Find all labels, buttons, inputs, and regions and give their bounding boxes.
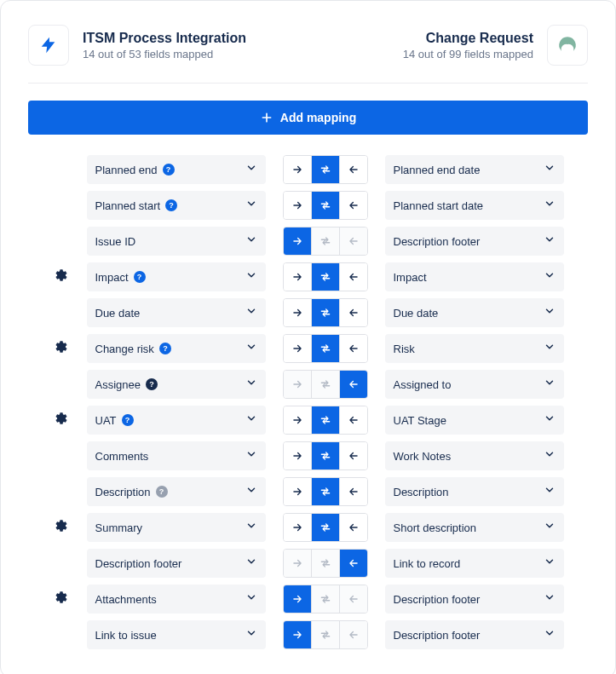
- direction-right-button[interactable]: [284, 263, 311, 291]
- direction-left-button[interactable]: [339, 299, 367, 326]
- left-field-select[interactable]: Attachments: [87, 585, 266, 614]
- left-field-select[interactable]: UAT?: [87, 406, 266, 435]
- plus-icon: [260, 111, 273, 124]
- direction-right-button[interactable]: [284, 406, 311, 434]
- direction-left-button[interactable]: [339, 442, 367, 469]
- left-field-select[interactable]: Change risk?: [87, 334, 266, 363]
- direction-left-button[interactable]: [339, 406, 367, 434]
- right-field-select[interactable]: Assigned to: [385, 370, 564, 399]
- direction-both-button: [311, 550, 339, 577]
- direction-right-button[interactable]: [284, 442, 311, 469]
- gear-icon[interactable]: [55, 268, 68, 285]
- direction-left-button[interactable]: [339, 335, 367, 362]
- direction-left-button[interactable]: [339, 192, 367, 219]
- right-field-label: UAT Stage: [394, 414, 446, 427]
- help-icon[interactable]: ?: [134, 271, 146, 283]
- field-label-text: Link to record: [394, 557, 461, 570]
- left-field-select[interactable]: Description footer: [87, 549, 266, 578]
- direction-right-button[interactable]: [284, 335, 311, 362]
- direction-left-button[interactable]: [339, 550, 367, 577]
- field-label-text: UAT: [95, 414, 117, 427]
- right-field-select[interactable]: Impact: [385, 262, 564, 291]
- field-label-text: Description footer: [394, 235, 481, 248]
- right-field-select[interactable]: Link to record: [385, 549, 564, 578]
- gear-cell: [53, 412, 70, 429]
- right-field-select[interactable]: Risk: [385, 334, 564, 363]
- direction-both-button[interactable]: [311, 299, 339, 326]
- left-field-label: Description?: [95, 486, 168, 498]
- gear-icon[interactable]: [55, 590, 68, 608]
- left-field-select[interactable]: Description?: [87, 477, 266, 506]
- help-icon[interactable]: ?: [146, 378, 158, 390]
- help-icon[interactable]: ?: [156, 486, 168, 498]
- add-mapping-button[interactable]: Add mapping: [28, 101, 588, 135]
- direction-right-button[interactable]: [284, 156, 311, 183]
- bolt-icon: [39, 36, 58, 55]
- field-label-text: Impact: [394, 271, 427, 284]
- gear-icon[interactable]: [55, 412, 68, 429]
- left-field-select[interactable]: Planned start?: [87, 191, 266, 220]
- left-field-select[interactable]: Issue ID: [87, 227, 266, 256]
- right-field-select[interactable]: Due date: [385, 298, 564, 327]
- right-field-label: Planned end date: [394, 164, 481, 176]
- target-subtitle: 14 out of 99 fields mapped: [403, 48, 533, 60]
- mapping-rows: Planned end?Planned end datePlanned star…: [28, 155, 588, 649]
- right-field-label: Link to record: [394, 557, 461, 570]
- left-field-label: Due date: [95, 307, 141, 320]
- chevron-down-icon: [245, 627, 257, 642]
- direction-both-button[interactable]: [311, 406, 339, 434]
- gear-icon[interactable]: [55, 340, 68, 357]
- help-icon[interactable]: ?: [122, 414, 134, 426]
- right-field-select[interactable]: Description: [385, 477, 564, 506]
- left-field-select[interactable]: Planned end?: [87, 155, 266, 184]
- direction-right-button[interactable]: [284, 228, 311, 255]
- direction-right-button[interactable]: [284, 299, 311, 326]
- right-field-select[interactable]: Description footer: [385, 585, 564, 614]
- mapping-panel: ITSM Process Integration 14 out of 53 fi…: [0, 0, 616, 674]
- right-field-select[interactable]: Description footer: [385, 227, 564, 256]
- right-field-select[interactable]: UAT Stage: [385, 406, 564, 435]
- direction-both-button[interactable]: [311, 442, 339, 469]
- direction-both-button[interactable]: [311, 192, 339, 219]
- header-right: Change Request 14 out of 99 fields mappe…: [403, 25, 588, 66]
- direction-right-button[interactable]: [284, 585, 311, 613]
- left-field-select[interactable]: Assignee?: [87, 370, 266, 399]
- direction-both-button[interactable]: [311, 263, 339, 291]
- direction-left-button[interactable]: [339, 156, 367, 183]
- right-field-select[interactable]: Planned end date: [385, 155, 564, 184]
- direction-left-button[interactable]: [339, 371, 367, 398]
- direction-both-button[interactable]: [311, 335, 339, 362]
- direction-left-button[interactable]: [339, 263, 367, 291]
- direction-left-button[interactable]: [339, 478, 367, 505]
- field-label-text: Risk: [394, 343, 415, 355]
- help-icon[interactable]: ?: [159, 343, 171, 354]
- direction-left-button[interactable]: [339, 514, 367, 541]
- left-field-select[interactable]: Summary: [87, 513, 266, 542]
- left-field-select[interactable]: Due date: [87, 298, 266, 327]
- direction-right-button[interactable]: [284, 514, 311, 541]
- direction-toggle: [283, 477, 368, 506]
- direction-both-button[interactable]: [311, 156, 339, 183]
- right-field-select[interactable]: Work Notes: [385, 441, 564, 470]
- direction-both-button: [311, 585, 339, 613]
- left-field-select[interactable]: Link to issue: [87, 620, 266, 649]
- left-field-label: Issue ID: [95, 235, 136, 248]
- chevron-down-icon: [544, 591, 556, 607]
- direction-right-button[interactable]: [284, 192, 311, 219]
- help-icon[interactable]: ?: [163, 164, 175, 176]
- right-field-select[interactable]: Planned start date: [385, 191, 564, 220]
- direction-right-button[interactable]: [284, 621, 311, 648]
- direction-both-button: [311, 228, 339, 255]
- direction-toggle: [283, 585, 368, 614]
- help-icon[interactable]: ?: [165, 199, 177, 211]
- direction-right-button[interactable]: [284, 478, 311, 505]
- direction-both-button[interactable]: [311, 514, 339, 541]
- right-field-select[interactable]: Description footer: [385, 620, 564, 649]
- right-field-select[interactable]: Short description: [385, 513, 564, 542]
- gear-icon[interactable]: [55, 519, 68, 536]
- mapping-row: CommentsWork Notes: [28, 441, 588, 470]
- direction-both-button[interactable]: [311, 478, 339, 505]
- left-field-select[interactable]: Impact?: [87, 262, 266, 291]
- left-field-select[interactable]: Comments: [87, 441, 266, 470]
- mapping-row: UAT?UAT Stage: [28, 406, 588, 435]
